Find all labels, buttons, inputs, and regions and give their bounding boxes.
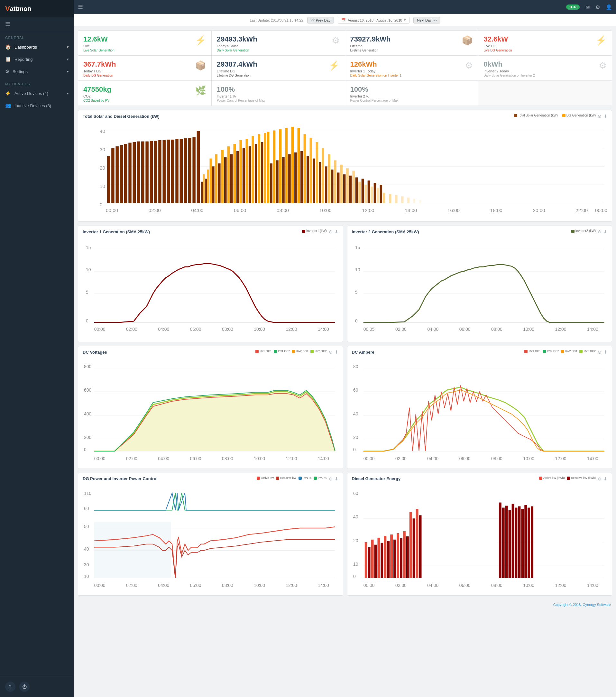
dg-charts-row: DG Power and Inverter Power Control Acti… [78,473,612,596]
sidebar-item-dashboards[interactable]: 🏠 Dashboards ▾ [0,41,74,53]
svg-text:10:00: 10:00 [254,456,265,461]
dgpower-download-icon[interactable]: ⬇ [334,476,339,481]
next-day-button[interactable]: Next Day >> [414,17,440,24]
svg-rect-47 [242,148,245,203]
kpi-lifetime: 73927.9kWh Lifetime Lifetime Generation … [345,31,479,56]
svg-text:0: 0 [86,318,88,324]
svg-rect-86 [362,179,364,203]
users-icon: 👥 [5,103,11,108]
svg-text:14:00: 14:00 [587,583,598,588]
svg-text:10:00: 10:00 [254,583,265,588]
inv2-download-icon[interactable]: ⬇ [603,229,607,234]
footer-text: Copyright © 2018. Cynergy Software [553,603,611,607]
kpi-grid: 12.6kW Live Live Solar Generation ⚡ 2949… [78,30,612,106]
svg-rect-98 [414,199,415,203]
message-icon[interactable]: ✉ [585,4,590,10]
svg-text:600: 600 [84,387,91,392]
svg-text:0: 0 [353,574,356,579]
svg-text:12:00: 12:00 [555,583,566,588]
power-button[interactable]: ⏻ [19,682,30,692]
svg-text:14:00: 14:00 [318,583,329,588]
kpi-lifetime-label: Lifetime [350,44,462,48]
inv1-download-icon[interactable]: ⬇ [334,229,339,234]
help-button[interactable]: ? [5,682,15,692]
sidebar-item-reporting[interactable]: 📋 Reporting ▾ [0,53,74,65]
kpi-live-dg-value: 32.6kW [483,35,596,43]
dgpower-chart: DG Power and Inverter Power Control Acti… [78,473,343,596]
dcv-expand-icon[interactable]: ⊙ [329,350,333,355]
hamburger-icon[interactable]: ☰ [5,21,10,27]
svg-rect-84 [356,177,358,203]
svg-rect-234 [518,506,521,578]
svg-rect-88 [368,180,370,203]
inv2-svg: 15 10 5 0 00:05 02:00 04:00 06:00 08:00 … [352,236,607,339]
svg-rect-72 [319,162,321,203]
svg-rect-69 [310,138,312,203]
dca-download-icon[interactable]: ⬇ [603,350,607,355]
svg-rect-229 [502,507,505,578]
svg-rect-28 [184,138,187,203]
svg-rect-31 [197,131,200,203]
svg-rect-53 [261,142,264,203]
settings-gear-icon[interactable]: ⚙ [596,4,600,10]
svg-rect-221 [400,538,402,578]
chart-download-icon[interactable]: ⬇ [603,114,607,119]
svg-text:00:00: 00:00 [94,327,106,332]
svg-rect-217 [387,541,390,578]
sidebar-item-settings[interactable]: ⚙ Settings ▾ [0,65,74,77]
dgpower-expand-icon[interactable]: ⊙ [329,476,333,481]
svg-text:40: 40 [353,514,358,519]
user-icon[interactable]: 👤 [606,4,612,10]
kpi-today-solar-value: 29493.3kWh [217,35,332,43]
svg-rect-42 [227,146,230,203]
svg-rect-97 [407,197,410,203]
sidebar-item-active-devices[interactable]: ⚡ Active Devices (4) ▾ [0,87,74,100]
prev-day-button[interactable]: << Prev Day [307,17,334,24]
kpi-bolt3-icon: ⚡ [328,60,340,71]
svg-text:06:00: 06:00 [190,456,201,461]
dgenergy-download-icon[interactable]: ⬇ [603,476,607,481]
inv2-expand-icon[interactable]: ⊙ [598,229,602,234]
inv1-expand-icon[interactable]: ⊙ [329,229,333,234]
kpi-live-solar: 12.6kW Live Live Solar Generation ⚡ [78,31,212,56]
svg-text:06:00: 06:00 [190,327,201,332]
svg-text:20: 20 [100,165,105,170]
kpi-inv1-pct-sublabel: Power Control Percentage of Max [217,99,340,102]
svg-rect-30 [192,137,195,203]
svg-rect-230 [505,506,508,578]
dcv-download-icon[interactable]: ⬇ [334,350,339,355]
svg-rect-210 [364,542,367,578]
svg-rect-27 [180,139,183,203]
svg-text:08:00: 08:00 [491,583,502,588]
dca-expand-icon[interactable]: ⊙ [598,350,602,355]
svg-rect-52 [258,134,260,203]
svg-text:02:00: 02:00 [126,327,137,332]
chevron-down-icon: ▾ [67,57,69,61]
kpi-live-solar-value: 12.6kW [83,35,195,43]
kpi-inv1-pct: 100% Inverter 1 % Power Control Percenta… [212,81,345,106]
dca-title: DC Ampere [352,350,374,355]
hamburger-menu[interactable]: ☰ [0,17,74,31]
kpi-inv1-pct-label: Inverter 1 % [217,94,340,98]
kpi-inv2-today: 0kWh Inverter 2 Today Daily Solar Genera… [478,56,612,81]
svg-rect-79 [340,165,343,203]
sidebar-item-inactive-devices[interactable]: 👥 Inactive Devices (8) [0,100,74,112]
svg-rect-227 [419,515,421,578]
kpi-inv1-today-value: 126kWh [350,60,465,69]
svg-rect-220 [396,533,399,578]
svg-rect-44 [233,144,236,203]
svg-text:12:00: 12:00 [286,327,297,332]
date-range-picker[interactable]: 📅 August 16, 2018 - August 16, 2018 ▾ [338,17,409,24]
kpi-today-dg-value: 367.7kWh [83,60,195,69]
dgenergy-expand-icon[interactable]: ⊙ [598,476,602,481]
svg-text:0: 0 [353,447,356,452]
svg-text:06:00: 06:00 [459,456,470,461]
settings-icon: ⚙ [5,69,9,74]
chart-expand-icon[interactable]: ⊙ [598,114,602,119]
svg-text:12:00: 12:00 [555,327,566,332]
svg-rect-83 [352,171,355,203]
kpi-today-dg: 367.7kWh Today's DG Daily DG Generation … [78,56,212,81]
date-range-text: August 16, 2018 - August 16, 2018 [348,18,402,22]
kpi-lifetime-dg-sublabel: Lifetime DG Generation [217,74,328,77]
menu-toggle-icon[interactable]: ☰ [78,3,83,11]
